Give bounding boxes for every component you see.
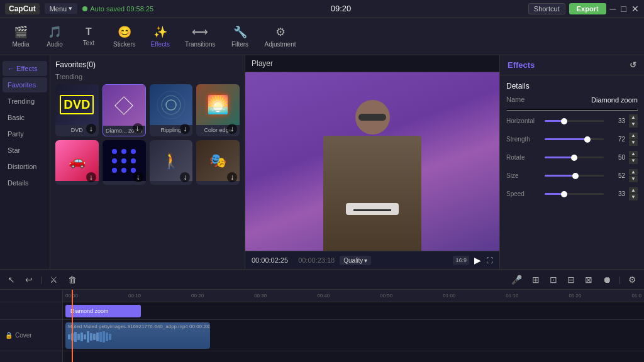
rotate-thumb[interactable] — [571, 155, 577, 161]
undo-button[interactable]: ↩ — [23, 273, 35, 286]
snap-button[interactable]: ⊟ — [565, 273, 577, 286]
split-button[interactable]: ⚔ — [47, 273, 60, 286]
details-label: Details — [506, 82, 638, 90]
svg-point-11 — [121, 168, 126, 173]
close-button[interactable]: ✕ — [631, 4, 639, 14]
ruler-mark-1: 00:10 — [128, 293, 141, 299]
strength-track[interactable] — [545, 138, 604, 140]
tool-stickers-label: Stickers — [113, 41, 136, 48]
zoom-in-button[interactable]: ⊞ — [530, 273, 542, 286]
cursor-tool[interactable]: ↖ — [5, 273, 18, 286]
size-down[interactable]: ▼ — [629, 176, 638, 182]
effect-dvd-add-btn[interactable]: ↓ — [86, 124, 96, 134]
speed-down[interactable]: ▼ — [629, 194, 638, 200]
tool-audio[interactable]: 🎵 Audio — [39, 23, 70, 50]
audio-icon: 🎵 — [48, 25, 62, 39]
sidebar-item-trending[interactable]: Trending — [3, 94, 47, 109]
size-thumb[interactable] — [572, 173, 579, 179]
mic-button[interactable]: 🎤 — [509, 273, 525, 286]
effect-walk[interactable]: 🚶 ↓ — [150, 140, 193, 185]
svg-point-10 — [112, 168, 117, 173]
tool-transitions[interactable]: ⟷ Transitions — [179, 23, 222, 50]
horizontal-track[interactable] — [545, 120, 604, 122]
effect-diamond-zoom[interactable]: Diamo... zoom ↓ — [103, 84, 146, 136]
strength-down[interactable]: ▼ — [629, 140, 638, 146]
fit-button[interactable]: ⊡ — [547, 273, 560, 286]
svg-point-8 — [121, 158, 126, 163]
sidebar-item-star[interactable]: Star — [3, 143, 47, 158]
play-button[interactable]: ▶ — [474, 255, 481, 265]
horizontal-thumb[interactable] — [561, 118, 567, 124]
effect-dots[interactable]: ↓ — [103, 140, 146, 185]
maximize-button[interactable]: □ — [621, 4, 626, 14]
stickers-icon: 😊 — [118, 25, 131, 39]
horizontal-down[interactable]: ▼ — [629, 121, 638, 128]
strength-fill — [545, 138, 587, 140]
effect-rippling[interactable]: Rippling ↓ — [150, 84, 193, 136]
sidebar-item-distortion[interactable]: Distortion — [3, 159, 47, 174]
rotate-down[interactable]: ▼ — [629, 158, 638, 164]
size-track[interactable] — [545, 175, 604, 177]
trending-label: Trending — [55, 73, 240, 80]
minimize-button[interactable]: ─ — [610, 4, 616, 14]
effect-pink-add-btn[interactable]: ↓ — [86, 172, 96, 182]
video-clip[interactable]: Muted Muted gettyimages-916921776-640_ad… — [65, 322, 210, 349]
quality-button[interactable]: Quality ▾ — [340, 256, 371, 265]
sidebar-item-details[interactable]: Details — [3, 175, 47, 190]
effect-unknown-add-btn[interactable]: ↓ — [227, 172, 237, 182]
tool-adjustment-label: Adjustment — [265, 41, 296, 48]
rotate-stepper: ▲ ▼ — [629, 151, 638, 164]
tool-filters[interactable]: 🔧 Filters — [225, 23, 256, 50]
speed-thumb[interactable] — [561, 191, 567, 197]
speed-map-button[interactable]: ⊠ — [582, 273, 595, 286]
right-panel-header: Effects ↺ — [500, 55, 644, 75]
sunglasses — [358, 114, 386, 121]
tool-effects[interactable]: ✨ Effects — [145, 23, 176, 50]
settings-button[interactable]: ⚙ — [626, 273, 639, 286]
speed-track[interactable] — [545, 193, 604, 195]
svg-point-4 — [112, 149, 117, 154]
tool-filters-label: Filters — [231, 41, 248, 48]
ruler-marks: 00:00 00:10 00:20 00:30 00:40 00:50 01:0… — [65, 293, 641, 299]
rotate-track[interactable] — [545, 156, 604, 158]
effect-color-edge[interactable]: 🌅 Color edge ↓ — [196, 84, 240, 136]
export-button[interactable]: Export — [569, 3, 606, 14]
sidebar-item-favorites[interactable]: Favorites — [3, 77, 47, 92]
name-label: Name — [506, 96, 525, 103]
save-indicator — [82, 6, 87, 11]
svg-point-6 — [131, 149, 136, 154]
tool-adjustment[interactable]: ⚙ Adjustment — [258, 23, 303, 50]
horizontal-up[interactable]: ▲ — [629, 114, 638, 121]
strength-up[interactable]: ▲ — [629, 133, 638, 139]
rotate-up[interactable]: ▲ — [629, 151, 638, 157]
sidebar-item-basic[interactable]: Basic — [3, 110, 47, 125]
effect-clip[interactable]: Diamond zoom — [65, 305, 141, 317]
effect-zoom-add-btn[interactable]: ↓ — [133, 123, 143, 133]
effect-unknown[interactable]: 🎭 ↓ — [196, 140, 240, 185]
effect-dvd[interactable]: DVD DVD ↓ — [55, 84, 99, 136]
sidebar-item-effects[interactable]: ← Effects — [3, 61, 47, 76]
effect-name-row: Name Diamond zoom — [506, 96, 638, 104]
strength-thumb[interactable] — [584, 136, 591, 143]
horizontal-stepper: ▲ ▼ — [629, 114, 638, 128]
tool-stickers[interactable]: 😊 Stickers — [107, 23, 142, 50]
waveform — [65, 331, 210, 343]
shortcut-button[interactable]: Shortcut — [528, 3, 565, 14]
fullscreen-button[interactable]: ⛶ — [486, 256, 493, 264]
menu-button[interactable]: Menu ▾ — [45, 3, 78, 14]
effect-pink[interactable]: 🚗 ↓ — [55, 140, 99, 185]
rotate-slider-row: Rotate 50 ▲ ▼ — [506, 151, 638, 164]
effect-dots-add-btn[interactable]: ↓ — [133, 172, 143, 182]
ruler-mark-4: 00:40 — [317, 293, 330, 299]
record-button[interactable]: ⏺ — [600, 273, 614, 286]
size-up[interactable]: ▲ — [629, 169, 638, 175]
timeline-labels: 🔒 Cover — [0, 290, 63, 362]
tool-text[interactable]: T Text — [73, 24, 104, 49]
refresh-icon[interactable]: ↺ — [630, 60, 636, 70]
delete-button[interactable]: 🗑 — [65, 273, 79, 286]
speed-up[interactable]: ▲ — [629, 187, 638, 194]
tool-media[interactable]: 🎬 Media — [5, 23, 36, 50]
effect-color-edge-add-btn[interactable]: ↓ — [227, 124, 237, 134]
cover-label: Cover — [15, 332, 32, 339]
sidebar-item-party[interactable]: Party — [3, 126, 47, 141]
